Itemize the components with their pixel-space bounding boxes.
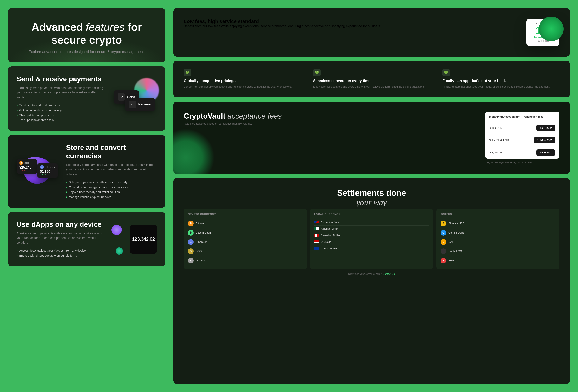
shib-icon: S — [440, 258, 446, 263]
hero-section: Advanced features for secure crypto Expl… — [8, 8, 165, 62]
btc-currency-icon: ₿ — [188, 220, 194, 226]
feature-desc-2: Enjoy seamless conversions every time wi… — [313, 85, 430, 89]
local-col: Local Currency Australian Dollar Algeria… — [310, 209, 433, 269]
payments-card: Send & receive payments Effortlessly sen… — [8, 66, 165, 131]
feature-title-2: Seamless conversion every time — [313, 79, 430, 83]
currency-columns: Crypto Currency ₿ Bitcoin ₿ Bitcoin Cash… — [184, 209, 559, 269]
acceptance-left: CryptoVault acceptance fees Rates are ad… — [184, 112, 477, 125]
store-desc: Effortlessly send payments with ease and… — [66, 163, 157, 176]
feature-icon-3: 💚 — [442, 69, 450, 76]
left-panel: Advanced features for secure crypto Expl… — [8, 8, 165, 384]
payments-title: Send & receive payments — [16, 75, 103, 83]
amount-1: < $5k USD — [489, 126, 536, 129]
currency-item-husd: H Huobi ECO — [440, 247, 555, 256]
right-panel: Low fees, high service standard Benefit … — [173, 8, 570, 384]
eth-card: Ξ Ethereum $1,150 0.89% — [37, 163, 58, 178]
dapps-visual: 123,342,62 — [111, 223, 157, 256]
husd-icon: H — [440, 248, 446, 254]
currency-item-btc: ₿ Bitcoin — [188, 219, 303, 228]
eth-change: 0.89% — [40, 174, 55, 176]
hero-subtitle: Explore advanced features designed for s… — [16, 50, 157, 54]
hero-title: Advanced features for secure crypto — [16, 21, 157, 46]
ltc-currency-icon: Ł — [188, 258, 194, 263]
currency-item-eth: Ξ Ethereum — [188, 237, 303, 247]
store-card: ₿ BTC $15,240 -0.25% Ξ Ethereum $1,150 0… — [8, 135, 165, 208]
list-item: Manage various cryptocurrencies. — [66, 195, 157, 200]
currency-item-dai: D DAI — [440, 237, 555, 247]
flag-us — [314, 240, 319, 243]
dapps-card: Use dApps on any device Effortlessly sen… — [8, 212, 165, 266]
store-visual: ₿ BTC $15,240 -0.25% Ξ Ethereum $1,150 0… — [16, 155, 58, 188]
feature-icon-1: 💚 — [184, 69, 191, 76]
fees-row-1: < $5k USD 2% + 25¢* — [485, 122, 559, 134]
list-item: Get unique addresses for privacy. — [16, 108, 103, 113]
currency-item-bnb: B Binance USD — [440, 219, 555, 228]
purple-sphere — [111, 225, 122, 235]
eth-price: $1,150 — [40, 170, 55, 174]
feature-icon-2: 💚 — [313, 69, 321, 76]
tokens-header: Tokens — [440, 213, 555, 216]
currency-item-cad: Canadian Dollar — [314, 232, 429, 239]
green-sphere — [116, 247, 123, 255]
gd-icon: G — [440, 230, 446, 236]
currency-item-gd: G Gemini Dollar — [440, 228, 555, 237]
list-item: Track past payments easily. — [16, 118, 103, 123]
feature-title-1: Globally competitive pricings — [184, 79, 301, 83]
contact-link[interactable]: Contact Us — [383, 272, 395, 275]
fees-table-header: Monthly transaction amt Transaction fees — [485, 112, 559, 122]
bch-currency-name: Bitcoin Cash — [196, 231, 211, 234]
flag-dz — [314, 227, 319, 230]
fees-table: Monthly transaction amt Transaction fees… — [485, 112, 559, 159]
list-item: Stay updated on payments. — [16, 113, 103, 118]
btc-card: ₿ BTC $15,240 -0.25% — [16, 159, 37, 174]
low-fees-text: Low fees, high service standard Benefit … — [184, 19, 381, 28]
store-title: Store and convert currencies — [66, 143, 157, 160]
dai-name: DAI — [448, 240, 453, 243]
fee-badge-1: 2% + 25¢* — [536, 125, 555, 131]
fee-badge-3: 1% + 25¢* — [536, 149, 555, 156]
feature-item-2: 💚 Seamless conversion every time Enjoy s… — [313, 69, 430, 89]
eth-currency-icon: Ξ — [188, 239, 194, 245]
payments-text: Send & receive payments Effortlessly sen… — [16, 75, 103, 123]
low-fees-title: Low fees, high service standard — [184, 19, 381, 24]
flag-au — [314, 220, 319, 223]
husd-name: Huobi ECO — [448, 250, 462, 253]
list-item: Send crypto worldwide with ease. — [16, 103, 103, 108]
col2-header: Transaction fees — [522, 115, 555, 118]
fee-card-wrapper: AS LOW AS 1% Transaction fees +$0 fixed … — [526, 19, 559, 46]
feature-desc-1: Benefit from our globally competitive pr… — [184, 85, 301, 89]
payments-visual: ↗ Send ← Receive — [111, 82, 157, 115]
shib-name: SHIB — [448, 259, 455, 262]
dapps-number: 123,342,62 — [132, 236, 155, 242]
dai-icon: D — [440, 239, 446, 245]
eth-dot: Ξ — [40, 165, 44, 169]
features-row: 💚 Globally competitive pricings Benefit … — [173, 61, 570, 97]
list-item: Engage with dApps securely on our platfo… — [16, 253, 103, 258]
device-screen: 123,342,62 — [130, 225, 157, 254]
cad-currency-name: Canadian Dollar — [321, 234, 340, 237]
acceptance-section: CryptoVault acceptance fees Rates are ad… — [173, 101, 570, 174]
list-item: Safeguard your assets with top-notch sec… — [66, 180, 157, 185]
fees-row-2: $5k - 39.9k USD 1.5% + 25¢* — [485, 134, 559, 146]
gd-name: Gemini Dollar — [448, 231, 465, 234]
eth-coin-name: Ethereum — [45, 166, 55, 168]
bch-currency-icon: ₿ — [188, 230, 194, 236]
store-text: Store and convert currencies Effortlessl… — [66, 143, 157, 200]
currency-item-aud: Australian Dollar — [314, 219, 429, 225]
send-icon: ↗ — [118, 93, 125, 101]
currency-item-ltc: Ł Litecoin — [188, 256, 303, 265]
local-header: Local Currency — [314, 213, 429, 216]
eth-currency-name: Ethereum — [196, 240, 207, 243]
bnb-name: Binance USD — [448, 222, 465, 225]
green-orb — [539, 16, 564, 41]
low-fees-desc: Benefit from our low fees while enjoying… — [184, 24, 381, 28]
store-list: Safeguard your assets with top-notch sec… — [66, 180, 157, 200]
amount-2: $5k - 39.9k USD — [489, 139, 534, 142]
doge-currency-icon: Ð — [188, 248, 194, 254]
settlements-section: Settlements done your way Crypto Currenc… — [173, 178, 570, 384]
list-item: Access decentralized apps (dApps) from a… — [16, 248, 103, 253]
fees-footnote: * Higher fees applicable for high-risk i… — [485, 161, 559, 164]
currency-item-dzd: Algerian Dinar — [314, 225, 429, 232]
ltc-currency-name: Litecoin — [196, 259, 205, 262]
gbp-currency-name: Pound Sterling — [321, 247, 338, 250]
